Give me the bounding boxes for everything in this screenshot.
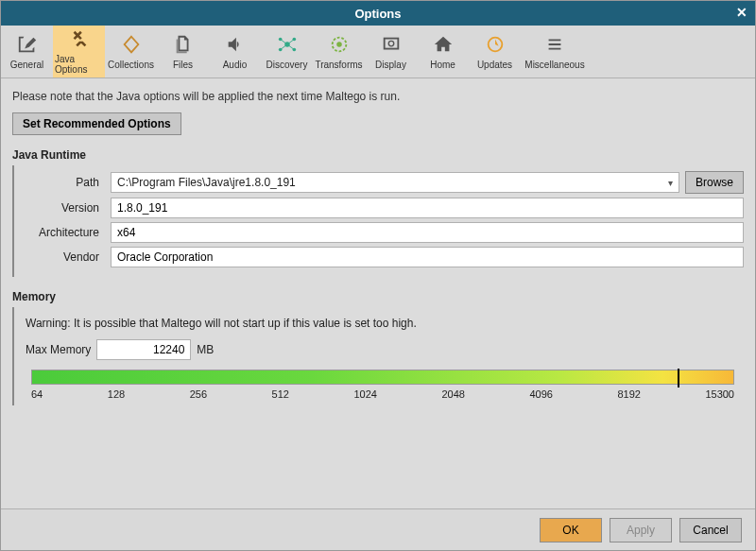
tab-label: Files [173,60,193,70]
tab-label: Miscellaneous [524,60,584,70]
tab-transforms[interactable]: Transforms [313,26,365,77]
memory-title: Memory [12,290,744,303]
diamond-icon [121,33,142,56]
tab-collections[interactable]: Collections [105,26,157,77]
max-memory-label: Max Memory [26,343,91,356]
set-recommended-button[interactable]: Set Recommended Options [12,112,181,135]
slider-thumb[interactable] [678,369,679,387]
tab-updates[interactable]: Updates [469,26,521,77]
tab-home[interactable]: Home [417,26,469,77]
vendor-label: Vendor [22,250,105,264]
arch-label: Architecture [22,226,105,239]
max-memory-input[interactable] [96,339,191,360]
tab-discovery[interactable]: Discovery [261,26,313,77]
cancel-button[interactable]: Cancel [679,518,742,542]
tab-audio[interactable]: Audio [209,26,261,77]
tab-label: Audio [223,60,248,70]
tab-files[interactable]: Files [157,26,209,77]
footer: OK Apply Cancel [1,508,755,550]
toolbar: General Java Options Collections Files A… [1,26,755,78]
tab-label: Transforms [315,60,362,70]
network-icon [277,33,298,56]
path-value: C:\Program Files\Java\jre1.8.0_191 [117,176,296,189]
version-label: Version [22,201,105,215]
tab-label: Updates [477,60,512,70]
tick: 128 [108,388,125,400]
tick: 512 [272,388,289,400]
files-icon [173,33,194,56]
tick: 64 [31,388,43,400]
arch-field[interactable] [111,222,744,243]
version-field[interactable] [111,198,744,218]
tab-label: General [10,60,44,70]
tab-label: Java Options [55,54,103,75]
tab-label: Collections [108,60,154,70]
tab-miscellaneous[interactable]: Miscellaneous [521,26,589,77]
memory-unit: MB [197,343,214,356]
gear-icon [329,33,350,56]
tick: 8192 [617,388,640,400]
tab-java-options[interactable]: Java Options [53,26,105,77]
close-icon[interactable]: ✕ [736,5,747,20]
update-icon [485,33,506,56]
tab-label: Display [375,60,406,70]
window-title: Options [354,7,401,21]
display-icon [381,33,402,56]
content-panel: Please note that the Java options will b… [1,78,755,508]
apply-button[interactable]: Apply [610,518,672,542]
memory-warning: Warning: It is possible that Maltego wil… [26,317,744,330]
wrench-icon [17,33,38,56]
svg-rect-7 [384,39,398,49]
tab-label: Discovery [266,60,308,70]
runtime-section: Path C:\Program Files\Java\jre1.8.0_191 … [12,165,744,277]
memory-section: Warning: It is possible that Maltego wil… [12,307,744,405]
tick: 256 [190,388,207,400]
path-label: Path [22,176,105,189]
chevron-down-icon: ▾ [668,178,673,188]
options-window: Options ✕ General Java Options Collectio… [0,0,756,551]
tick: 15300 [705,388,734,400]
browse-button[interactable]: Browse [685,171,744,194]
list-icon [544,33,565,56]
tick: 2048 [441,388,464,400]
runtime-title: Java Runtime [12,148,744,162]
tab-general[interactable]: General [1,26,53,77]
vendor-field[interactable] [111,247,744,267]
tab-label: Home [430,60,455,70]
note-text: Please note that the Java options will b… [12,90,744,103]
svg-point-8 [388,41,394,46]
memory-slider[interactable] [31,370,734,385]
home-icon [433,33,454,56]
tick: 1024 [353,388,376,400]
tools-icon [69,29,90,50]
tab-display[interactable]: Display [365,26,417,77]
svg-point-6 [336,42,342,47]
speaker-icon [225,33,246,56]
ok-button[interactable]: OK [540,518,602,542]
titlebar: Options ✕ [1,1,755,26]
tick: 4096 [529,388,552,400]
path-select[interactable]: C:\Program Files\Java\jre1.8.0_191 ▾ [111,172,679,193]
slider-ticks: 64 128 256 512 1024 2048 4096 8192 15300 [31,388,734,400]
